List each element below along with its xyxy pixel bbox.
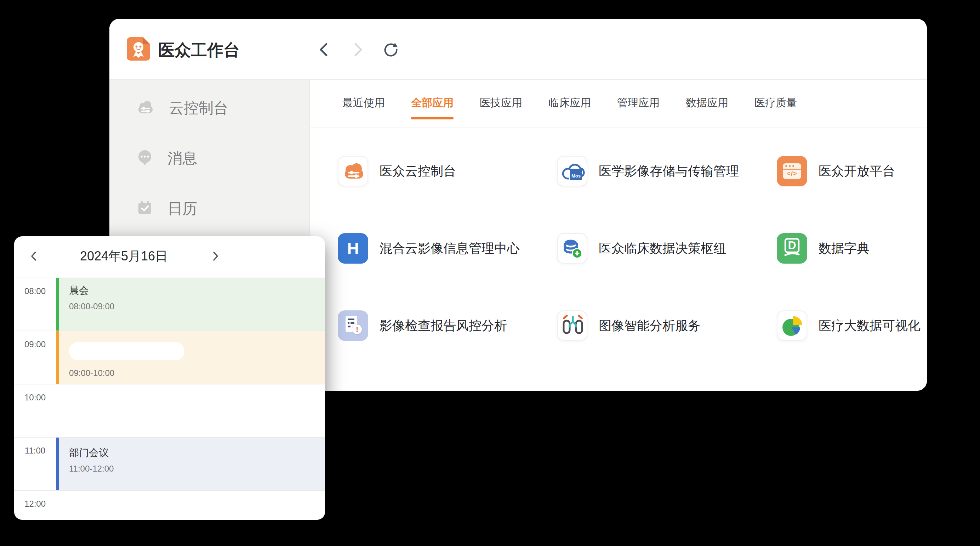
- calendar-event-redacted[interactable]: 09:00-10:00: [56, 331, 325, 384]
- app-label: 图像智能分析服务: [599, 317, 701, 334]
- tab-medtech-apps[interactable]: 医技应用: [480, 96, 522, 122]
- app-label: 影像检查报告风控分析: [380, 317, 507, 334]
- calendar-date: 2024年5月16日: [53, 236, 195, 276]
- blue-cloud-mos-icon: Mos: [557, 156, 587, 186]
- tab-recently-used[interactable]: 最近使用: [342, 96, 385, 122]
- letter-h-icon: H: [338, 233, 368, 263]
- browser-window-shape: </>: [783, 163, 801, 179]
- time-label: 12:00: [14, 499, 56, 509]
- app-category-tabs: 最近使用 全部应用 医技应用 临床应用 管理应用 数据应用 医疗质量: [310, 80, 927, 128]
- app-item-clinical-data-hub[interactable]: 医众临床数据决策枢纽: [557, 233, 777, 263]
- sidebar-item-label: 日历: [167, 199, 197, 219]
- half-hour-gridline: [56, 412, 325, 412]
- tab-clinical-apps[interactable]: 临床应用: [549, 96, 591, 122]
- main-content: 最近使用 全部应用 医技应用 临床应用 管理应用 数据应用 医疗质量: [310, 80, 927, 391]
- chat-bubble-icon: [136, 149, 153, 168]
- app-label: 医疗大数据可视化: [819, 317, 921, 334]
- code-window-icon: </>: [777, 156, 807, 186]
- event-time: 09:00-10:00: [69, 368, 325, 378]
- dictionary-letter: D: [777, 239, 807, 252]
- calendar-event-morning-meeting[interactable]: 晨会 08:00-09:00: [56, 278, 325, 330]
- tab-data-apps[interactable]: 数据应用: [686, 96, 728, 122]
- event-time: 11:00-12:00: [69, 464, 325, 474]
- app-label: 医学影像存储与传输管理: [599, 163, 739, 180]
- calendar-prev-day-button[interactable]: [24, 246, 44, 266]
- app-item-data-dictionary[interactable]: D 数据字典: [777, 233, 927, 263]
- window-header: 医众工作台: [110, 19, 927, 80]
- sidebar-item-cloud-console[interactable]: 云控制台: [136, 97, 309, 119]
- hour-gridline: [14, 384, 325, 385]
- refresh-button[interactable]: [382, 41, 400, 59]
- mascot-app-logo-icon: [127, 37, 150, 61]
- time-label: 09:00: [14, 339, 56, 350]
- app-label: 混合云影像信息管理中心: [380, 240, 520, 257]
- desktop-background: 医众工作台: [0, 0, 980, 546]
- app-item-open-platform[interactable]: </> 医众开放平台: [777, 156, 927, 186]
- event-title-redacted-pill: [69, 342, 185, 360]
- time-label: 11:00: [14, 446, 56, 456]
- app-grid: 医众云控制台 Mos 医学影像存储与传输管理: [338, 156, 927, 341]
- app-label: 医众开放平台: [819, 163, 895, 180]
- tab-management-apps[interactable]: 管理应用: [617, 96, 660, 122]
- mos-label: Mos: [570, 169, 582, 180]
- code-glyph: </>: [783, 170, 801, 177]
- app-item-report-risk-analysis[interactable]: ! 影像检查报告风控分析: [338, 310, 557, 341]
- app-item-big-data-visualization[interactable]: 医疗大数据可视化: [777, 310, 927, 341]
- app-item-image-ai-analysis[interactable]: 图像智能分析服务: [557, 310, 777, 341]
- time-label: 10:00: [14, 393, 56, 402]
- lungs-icon: [557, 310, 587, 341]
- calendar-next-day-button[interactable]: [205, 246, 225, 266]
- app-label: 数据字典: [819, 240, 870, 257]
- event-time: 08:00-09:00: [69, 302, 325, 311]
- database-plus-icon: [557, 233, 587, 263]
- calendar-check-icon: [136, 200, 153, 218]
- app-title: 医众工作台: [158, 39, 240, 61]
- app-label: 医众临床数据决策枢纽: [599, 240, 726, 257]
- app-item-imaging-storage[interactable]: Mos 医学影像存储与传输管理: [557, 156, 777, 186]
- cloud-sliders-icon: [136, 99, 155, 117]
- sidebar-item-calendar[interactable]: 日历: [136, 198, 309, 219]
- event-title: 部门会议: [69, 446, 325, 460]
- forward-button[interactable]: [349, 41, 366, 59]
- dictionary-book-icon: D: [777, 233, 807, 263]
- calendar-panel: 2024年5月16日 08:00 09:00 10:00 11:00 12:00…: [14, 236, 325, 520]
- app-item-hybrid-cloud-imaging[interactable]: H 混合云影像信息管理中心: [338, 233, 557, 263]
- sidebar-item-label: 云控制台: [169, 98, 228, 118]
- navigation-controls: [315, 41, 400, 59]
- half-hour-gridline: [56, 518, 325, 518]
- time-label: 08:00: [14, 286, 56, 296]
- sidebar-item-messages[interactable]: 消息: [136, 148, 309, 169]
- report-alert-icon: !: [338, 310, 368, 341]
- app-label: 医众云控制台: [380, 163, 456, 180]
- hour-gridline: [14, 490, 325, 491]
- app-item-cloud-console[interactable]: 医众云控制台: [338, 156, 557, 186]
- sidebar-item-label: 消息: [167, 148, 197, 168]
- calendar-event-department-meeting[interactable]: 部门会议 11:00-12:00: [56, 437, 325, 490]
- back-button[interactable]: [315, 41, 333, 59]
- orange-cloud-sliders-icon: [338, 156, 368, 186]
- calendar-day-grid: 08:00 09:00 10:00 11:00 12:00 晨会 08:00-0…: [14, 278, 325, 520]
- event-title: 晨会: [69, 284, 325, 297]
- alert-badge: !: [352, 324, 362, 334]
- calendar-header: 2024年5月16日: [14, 236, 325, 278]
- tab-all-apps[interactable]: 全部应用: [411, 96, 453, 122]
- pie-chart-icon: [777, 310, 807, 341]
- tab-medical-quality[interactable]: 医疗质量: [754, 96, 797, 122]
